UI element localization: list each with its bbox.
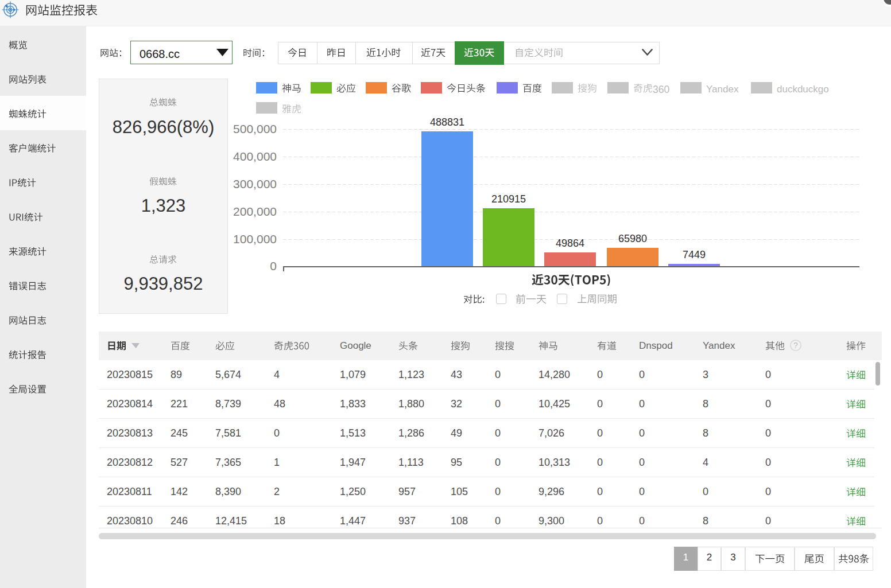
svg-text:?: ? [793,341,798,350]
